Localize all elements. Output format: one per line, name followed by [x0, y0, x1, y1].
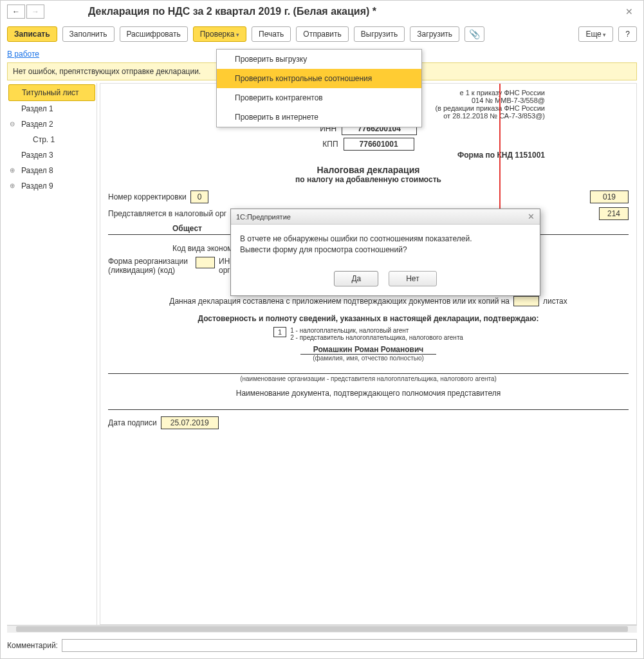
dialog-no-button[interactable]: Нет [389, 271, 436, 286]
submit-to-label: Представляется в налоговый орг [108, 209, 226, 218]
help-button[interactable]: ? [618, 26, 637, 42]
attach-icon[interactable]: 📎 [465, 26, 484, 42]
signer-fio[interactable]: Ромашкин Роман Романович [300, 345, 437, 355]
sidebar-item-section-9[interactable]: ⊕Раздел 9 [7, 178, 97, 194]
menu-item-check-counterparties[interactable]: Проверить контрагентов [217, 88, 421, 107]
dialog-text-line2: Вывести форму для просмотра соотношений? [240, 245, 531, 255]
nav-back-button[interactable]: ← [7, 5, 25, 19]
close-icon[interactable]: ✕ [621, 5, 637, 18]
send-button[interactable]: Отправить [296, 26, 349, 42]
sidebar-item-section-8[interactable]: ⊕Раздел 8 [7, 163, 97, 178]
save-button[interactable]: Записать [7, 26, 57, 42]
dialog-yes-button[interactable]: Да [334, 271, 378, 286]
menu-item-check-internet[interactable]: Проверить в интернете [217, 107, 421, 127]
dialog-close-icon[interactable]: ✕ [528, 212, 535, 221]
sign-date-label: Дата подписи [108, 418, 157, 427]
rep-org-hint: (наименование организации - представител… [108, 375, 629, 382]
tree-expand-icon[interactable]: ⊕ [10, 167, 15, 174]
dialog-text-line1: В отчете не обнаружены ошибки по соотнош… [240, 234, 531, 245]
export-button[interactable]: Выгрузить [354, 26, 405, 42]
print-button[interactable]: Печать [252, 26, 291, 42]
kpp-value[interactable]: 776601001 [344, 138, 414, 151]
section-tree: Титульный лист Раздел 1 ⊖Раздел 2 Стр. 1… [7, 83, 97, 625]
dialog-title: 1С:Предприятие [236, 213, 291, 221]
confirm-type-value[interactable]: 1 [273, 327, 286, 337]
comment-label: Комментарий: [7, 641, 58, 650]
attach-pages-value[interactable] [513, 296, 539, 306]
sidebar-item-section-2[interactable]: ⊖Раздел 2 [7, 116, 97, 132]
sidebar-item-title-page[interactable]: Титульный лист [8, 84, 95, 101]
nav-forward-button[interactable]: → [26, 5, 44, 19]
attach-text-pre: Данная декларация составлена с приложени… [169, 297, 510, 306]
correction-number-value[interactable]: 0 [190, 190, 209, 203]
sidebar-item-page-1[interactable]: Стр. 1 [7, 132, 97, 147]
organization-label: Общест [172, 224, 202, 233]
import-button[interactable]: Загрузить [410, 26, 459, 42]
tree-expand-icon[interactable]: ⊕ [10, 182, 15, 189]
check-dropdown-menu: Проверить выгрузку Проверить контрольные… [216, 49, 422, 127]
fio-hint: (фамилия, имя, отчество полностью) [108, 355, 629, 362]
kpp-label: КПП [322, 140, 338, 149]
horizontal-scrollbar[interactable] [7, 625, 637, 633]
check-button[interactable]: Проверка [193, 26, 246, 42]
reorg-form-label: Форма реорганизации (ликвидация) (код) [108, 257, 192, 275]
sign-date-value[interactable]: 25.07.2019 [161, 416, 219, 429]
menu-item-check-export[interactable]: Проверить выгрузку [217, 50, 421, 69]
confirm-option-1: 1 - налогоплательщик, налоговый агент [290, 327, 463, 334]
more-button[interactable]: Еще [578, 26, 613, 42]
sidebar-item-section-1[interactable]: Раздел 1 [7, 101, 97, 116]
window-title: Декларация по НДС за 2 квартал 2019 г. (… [50, 6, 376, 17]
confirm-option-2: 2 - представитель налогоплательщика, нал… [290, 334, 463, 341]
correction-number-label: Номер корректировки [108, 192, 187, 201]
fill-button[interactable]: Заполнить [62, 26, 115, 42]
tree-collapse-icon[interactable]: ⊖ [10, 120, 15, 127]
sidebar-item-section-3[interactable]: Раздел 3 [7, 147, 97, 163]
comment-input[interactable] [62, 639, 637, 652]
confirm-header: Достоверность и полноту сведений, указан… [108, 314, 629, 323]
confirm-dialog: 1С:Предприятие ✕ В отчете не обнаружены … [230, 209, 540, 296]
tax-code-value[interactable]: 214 [599, 207, 629, 220]
menu-item-check-ratios[interactable]: Проверить контрольные соотношения [217, 69, 421, 88]
form-knd: Форма по КНД 1151001 [108, 151, 629, 160]
doc-title: Налоговая декларация [108, 165, 629, 175]
decode-button[interactable]: Расшифровать [120, 26, 188, 42]
rep-doc-name: Наименование документа, подтверждающего … [108, 389, 629, 398]
doc-subtitle: по налогу на добавленную стоимость [108, 175, 629, 184]
year-value[interactable]: 019 [590, 190, 629, 203]
document-area: е 1 к приказу ФНС России 014 № ММВ-7-3/5… [100, 83, 637, 625]
attach-text-post: листах [543, 297, 567, 306]
reorg-form-value[interactable] [196, 257, 215, 268]
